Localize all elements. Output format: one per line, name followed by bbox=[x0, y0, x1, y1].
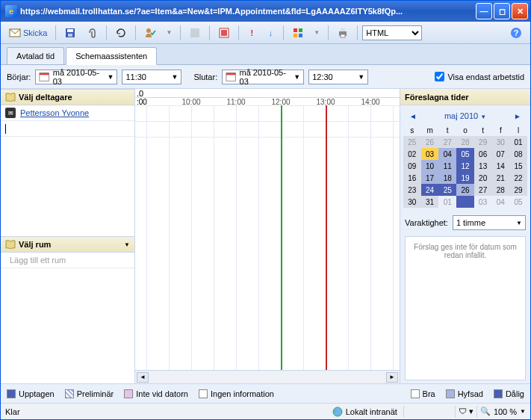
calendar-day[interactable]: 29 bbox=[509, 184, 527, 196]
tab-appointment[interactable]: Avtalad tid bbox=[7, 47, 64, 64]
timeline-day: .0:00 bbox=[135, 89, 400, 98]
scroll-right-button[interactable]: ► bbox=[386, 372, 398, 383]
calendar-day[interactable]: 07 bbox=[492, 148, 510, 160]
calendar-day[interactable]: 09 bbox=[403, 160, 421, 172]
minimize-button[interactable]: — bbox=[476, 3, 492, 19]
calendar-day[interactable]: 05 bbox=[456, 148, 474, 160]
zoom-icon: 🔍 bbox=[480, 407, 491, 416]
protected-mode-icon[interactable]: 🛡 ▾ bbox=[459, 407, 473, 416]
calendar-day[interactable]: 05 bbox=[509, 196, 527, 208]
workhours-checkbox[interactable]: Visa endast arbetstid bbox=[435, 72, 524, 81]
names-dropdown[interactable]: ▼ bbox=[162, 25, 176, 41]
calendar-day[interactable]: 20 bbox=[474, 172, 492, 184]
calendar-day[interactable]: 25 bbox=[438, 184, 456, 196]
month-label[interactable]: maj 2010 ▼ bbox=[444, 111, 486, 120]
calendar-day[interactable]: 01 bbox=[509, 136, 527, 148]
calendar-day[interactable]: 06 bbox=[474, 148, 492, 160]
tentative-swatch bbox=[65, 389, 74, 398]
calendar-day[interactable]: 27 bbox=[438, 136, 456, 148]
calendar-day[interactable]: 30 bbox=[403, 196, 421, 208]
duration-select[interactable]: 1 timme ▼ bbox=[453, 215, 526, 230]
calendar-day[interactable]: 10 bbox=[421, 160, 439, 172]
calendar-day[interactable]: 28 bbox=[456, 136, 474, 148]
calendar-day[interactable]: 17 bbox=[421, 172, 439, 184]
categories-dropdown[interactable]: ▼ bbox=[310, 25, 323, 41]
format-select[interactable]: HTML bbox=[362, 25, 422, 40]
ie-icon: e bbox=[5, 5, 17, 17]
start-time-select[interactable]: 11:30▼ bbox=[122, 70, 181, 84]
prev-month-button[interactable]: ◄ bbox=[409, 112, 417, 120]
calendar-grid: smtotfl252627282930010203040506070809101… bbox=[403, 125, 527, 208]
calendar-day[interactable]: 13 bbox=[474, 160, 492, 172]
attendee-list: ✉ Pettersson Yvonne bbox=[1, 105, 134, 236]
help-button[interactable]: ? bbox=[506, 25, 526, 41]
importance-low-button[interactable]: ↓ bbox=[262, 25, 279, 41]
attendee-input-row[interactable] bbox=[1, 121, 134, 137]
calendar-day[interactable]: 03 bbox=[474, 196, 492, 208]
room-header[interactable]: Välj rum ▼ bbox=[1, 236, 134, 253]
calendar-day[interactable]: 18 bbox=[438, 172, 456, 184]
suggestion-panel: Förslag ges inte för datum som redan inf… bbox=[405, 236, 526, 380]
calendar-day[interactable]: 26 bbox=[456, 184, 474, 196]
end-time-select[interactable]: 12:30▼ bbox=[308, 70, 368, 84]
calendar-day[interactable]: 25 bbox=[403, 136, 421, 148]
left-column: Välj deltagare ✉ Pettersson Yvonne Välj … bbox=[1, 89, 135, 383]
calendar-day[interactable]: 15 bbox=[509, 160, 527, 172]
arrow-down-icon: ↓ bbox=[269, 28, 273, 37]
categories-button[interactable] bbox=[288, 25, 308, 41]
calendar-day[interactable]: 23 bbox=[403, 184, 421, 196]
timeline-body[interactable] bbox=[135, 105, 400, 370]
calendar-day[interactable]: 04 bbox=[492, 196, 510, 208]
end-marker[interactable] bbox=[326, 105, 327, 370]
maximize-button[interactable]: ◻ bbox=[494, 3, 510, 19]
attendee-row[interactable]: ✉ Pettersson Yvonne bbox=[1, 105, 134, 121]
calendar-day[interactable]: 19 bbox=[456, 172, 474, 184]
calendar-day[interactable]: 01 bbox=[438, 196, 456, 208]
print-button[interactable] bbox=[333, 25, 353, 41]
calendar-day[interactable]: 28 bbox=[492, 184, 510, 196]
calendar-day[interactable]: 02 bbox=[403, 148, 421, 160]
tab-scheduling[interactable]: Schemaassistenten bbox=[66, 47, 157, 65]
calendar-day[interactable]: 22 bbox=[509, 172, 527, 184]
addressbook-button[interactable] bbox=[185, 25, 205, 41]
calendar-day[interactable]: 16 bbox=[403, 172, 421, 184]
calendar-day[interactable]: 14 bbox=[492, 160, 510, 172]
recurrence-button[interactable] bbox=[111, 25, 131, 41]
importance-high-button[interactable]: ! bbox=[243, 25, 260, 41]
calendar-day[interactable]: 24 bbox=[421, 184, 439, 196]
calendar-day[interactable]: 30 bbox=[492, 136, 510, 148]
busy-button[interactable] bbox=[214, 25, 234, 41]
svg-rect-13 bbox=[341, 28, 345, 31]
send-button[interactable]: Skicka bbox=[5, 25, 51, 41]
start-date-select[interactable]: må 2010-05-03▼ bbox=[35, 70, 117, 84]
calendar-day[interactable] bbox=[456, 196, 474, 208]
titlebar: e https://webmail.trollhattan.se/?ae=Ite… bbox=[1, 1, 530, 22]
status-ready: Klar bbox=[5, 407, 20, 416]
calendar-day[interactable]: 08 bbox=[509, 148, 527, 160]
timeline-scrollbar[interactable]: ◄ ► bbox=[135, 370, 400, 383]
next-month-button[interactable]: ► bbox=[514, 112, 521, 120]
check-names-button[interactable] bbox=[140, 25, 160, 41]
calendar-day[interactable]: 21 bbox=[492, 172, 510, 184]
print-icon bbox=[337, 27, 349, 39]
zoom-control[interactable]: 🔍 100 % ▼ bbox=[480, 407, 526, 416]
workhours-input[interactable] bbox=[435, 72, 444, 81]
calendar-day[interactable]: 12 bbox=[456, 160, 474, 172]
end-date-select[interactable]: må 2010-05-03▼ bbox=[222, 70, 304, 84]
calendar-day[interactable]: 03 bbox=[421, 148, 439, 160]
calendar-day[interactable]: 29 bbox=[474, 136, 492, 148]
start-marker[interactable] bbox=[281, 105, 282, 370]
attendee-name[interactable]: Pettersson Yvonne bbox=[20, 108, 89, 117]
attach-button[interactable] bbox=[82, 25, 102, 41]
calendar-day[interactable]: 26 bbox=[421, 136, 439, 148]
legend-bad: Dålig bbox=[506, 389, 524, 398]
calendar-day[interactable]: 31 bbox=[421, 196, 439, 208]
end-label: Slutar: bbox=[193, 72, 217, 81]
calendar-day[interactable]: 11 bbox=[438, 160, 456, 172]
close-button[interactable]: ✕ bbox=[512, 3, 528, 19]
calendar-day[interactable]: 27 bbox=[474, 184, 492, 196]
scroll-left-button[interactable]: ◄ bbox=[137, 372, 149, 383]
calendar-day[interactable]: 04 bbox=[438, 148, 456, 160]
room-input[interactable]: Lägg till ett rum bbox=[1, 253, 134, 268]
save-button[interactable] bbox=[60, 25, 80, 41]
